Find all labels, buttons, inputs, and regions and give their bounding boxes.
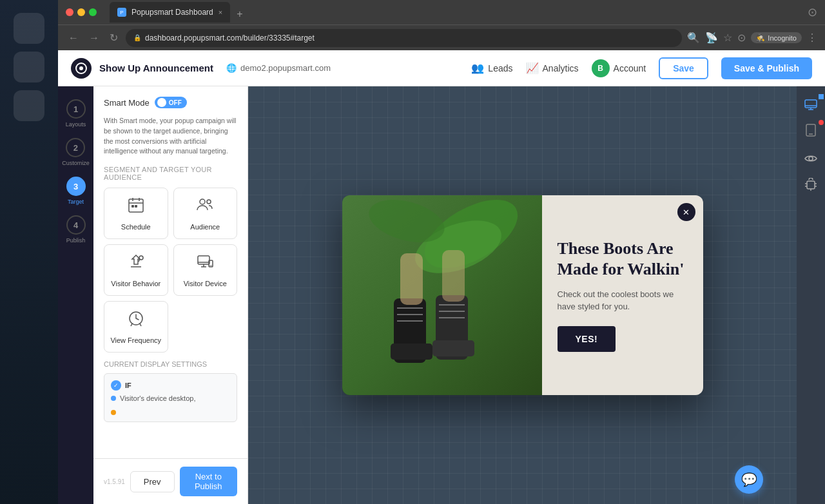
cast-icon[interactable]: 📡 xyxy=(705,32,718,44)
desktop-active-dot xyxy=(819,94,824,99)
traffic-lights xyxy=(66,8,97,16)
next-to-publish-button[interactable]: Next to Publish xyxy=(180,467,237,496)
url-text: dashboard.popupsmart.com/builder/33335#t… xyxy=(145,34,315,43)
target-card-view-frequency[interactable]: View Frequency xyxy=(104,301,168,353)
sidebar-step-target[interactable]: 3 Target xyxy=(66,177,86,205)
nav-refresh-button[interactable]: ↻ xyxy=(107,29,121,46)
popup-preview: ✕ These Boots Are Made for Walkin' Check… xyxy=(342,195,703,395)
segment-title: Segment and target your audience xyxy=(104,166,237,181)
current-settings-label: Current display settings xyxy=(104,360,237,368)
profile-icon[interactable]: ⊙ xyxy=(737,32,746,44)
step-label-layouts: Layouts xyxy=(66,121,86,128)
chat-icon: 💬 xyxy=(741,472,757,487)
svg-rect-25 xyxy=(432,340,474,356)
toggle-dot xyxy=(157,98,166,107)
view-frequency-label: View Frequency xyxy=(110,336,161,344)
target-cards-grid: Schedule Audience xyxy=(104,188,237,296)
incognito-label: Incognito xyxy=(768,34,797,42)
browser-chrome: P Popupsmart Dashboard × + ⊙ ← → ↻ 🔒 das… xyxy=(58,0,825,50)
new-tab-button[interactable]: + xyxy=(231,6,248,23)
chat-button[interactable]: 💬 xyxy=(735,465,763,494)
tab-label: Popupsmart Dashboard xyxy=(131,8,213,17)
debug-button[interactable] xyxy=(801,174,821,195)
sidebar-step-customize[interactable]: 2 Customize xyxy=(62,138,90,166)
leads-icon: 👥 xyxy=(471,62,484,74)
os-app-icon-1 xyxy=(14,13,44,44)
popup-subtext: Check out the coolest boots we have styl… xyxy=(558,288,688,313)
app-title: Show Up Announcement xyxy=(99,63,213,73)
os-sidebar xyxy=(0,0,58,504)
settings-detail-row: Visitor's device desktop, xyxy=(111,394,230,402)
popup-text-side: ✕ These Boots Are Made for Walkin' Check… xyxy=(542,195,703,395)
incognito-badge: 🕵 Incognito xyxy=(751,32,802,43)
svg-rect-41 xyxy=(807,181,815,189)
browser-menu-icon[interactable]: ⋮ xyxy=(807,32,817,44)
nav-analytics[interactable]: 📈 Analytics xyxy=(526,62,579,74)
save-publish-button[interactable]: Save & Publish xyxy=(721,57,812,79)
incognito-icon: 🕵 xyxy=(756,34,765,42)
popup-image-side xyxy=(342,195,542,395)
nav-forward-button[interactable]: → xyxy=(86,30,102,46)
target-panel: Smart Mode OFF With Smart mode, your pop… xyxy=(93,86,248,504)
visitor-device-icon xyxy=(196,253,214,275)
prev-button[interactable]: Prev xyxy=(130,471,175,492)
view-frequency-icon xyxy=(127,309,145,331)
bookmark-icon[interactable]: ☆ xyxy=(723,32,732,44)
app-logo xyxy=(71,58,92,79)
browser-toolbar-icons: 🔍 📡 ☆ ⊙ 🕵 Incognito ⋮ xyxy=(687,32,817,44)
address-bar[interactable]: 🔒 dashboard.popupsmart.com/builder/33335… xyxy=(126,29,682,47)
smart-mode-label: Smart Mode xyxy=(104,98,150,108)
target-card-visitor-behavior[interactable]: Visitor Behavior xyxy=(104,244,168,296)
svg-rect-11 xyxy=(198,256,209,264)
browser-tab-active[interactable]: P Popupsmart Dashboard × xyxy=(110,2,230,23)
target-card-schedule[interactable]: Schedule xyxy=(104,188,168,239)
app-header: Show Up Announcement 🌐 demo2.popupsmart.… xyxy=(58,50,825,86)
popup-close-button[interactable]: ✕ xyxy=(677,203,695,221)
dot-blue xyxy=(111,396,116,401)
popup-cta-button[interactable]: YES! xyxy=(558,326,616,352)
visitor-behavior-label: Visitor Behavior xyxy=(111,280,160,287)
target-card-audience[interactable]: Audience xyxy=(173,188,238,239)
smart-mode-row: Smart Mode OFF xyxy=(104,97,237,108)
analytics-label: Analytics xyxy=(543,63,579,73)
sidebar-step-layouts[interactable]: 1 Layouts xyxy=(66,99,86,128)
site-globe-icon: 🌐 xyxy=(226,63,237,73)
right-toolbar xyxy=(797,86,825,504)
nav-leads[interactable]: 👥 Leads xyxy=(471,62,512,74)
schedule-label: Schedule xyxy=(121,223,151,231)
browser-maximize[interactable]: ⊙ xyxy=(808,5,817,19)
visitor-device-label: Visitor Device xyxy=(184,280,227,287)
nav-back-button[interactable]: ← xyxy=(66,30,81,46)
search-icon[interactable]: 🔍 xyxy=(687,32,700,44)
check-icon: ✓ xyxy=(111,380,121,391)
step-circle-1: 1 xyxy=(66,99,86,119)
svg-rect-6 xyxy=(131,205,134,208)
svg-rect-32 xyxy=(400,253,423,305)
browser-toolbar: ← → ↻ 🔒 dashboard.popupsmart.com/builder… xyxy=(58,24,825,50)
sidebar-step-publish[interactable]: 4 Publish xyxy=(66,215,86,244)
save-button[interactable]: Save xyxy=(659,57,708,79)
preview-button[interactable] xyxy=(801,148,821,169)
svg-rect-23 xyxy=(391,344,432,360)
toggle-state: OFF xyxy=(169,99,182,106)
schedule-icon xyxy=(127,196,145,218)
visitor-behavior-icon xyxy=(127,253,145,275)
account-avatar: B xyxy=(592,59,610,77)
traffic-light-yellow[interactable] xyxy=(77,8,85,16)
svg-point-1 xyxy=(79,66,83,70)
nav-account[interactable]: B Account xyxy=(592,59,646,77)
browser-tabs: P Popupsmart Dashboard × + xyxy=(110,2,802,23)
site-url: demo2.popupsmart.com xyxy=(240,63,331,73)
svg-rect-7 xyxy=(135,205,137,208)
target-card-visitor-device[interactable]: Visitor Device xyxy=(173,244,238,296)
traffic-light-green[interactable] xyxy=(89,8,97,16)
tab-close-button[interactable]: × xyxy=(218,8,222,16)
traffic-light-red[interactable] xyxy=(66,8,73,16)
steps-sidebar: 1 Layouts 2 Customize 3 Target 4 xyxy=(58,86,93,504)
mobile-dot xyxy=(819,120,824,125)
svg-point-40 xyxy=(809,157,813,160)
smart-mode-toggle[interactable]: OFF xyxy=(155,97,187,108)
panel-footer: v1.5.91 Prev Next to Publish xyxy=(93,458,248,504)
panel-content: Smart Mode OFF With Smart mode, your pop… xyxy=(93,86,248,458)
settings-detail-text: Visitor's device desktop, xyxy=(120,394,195,402)
